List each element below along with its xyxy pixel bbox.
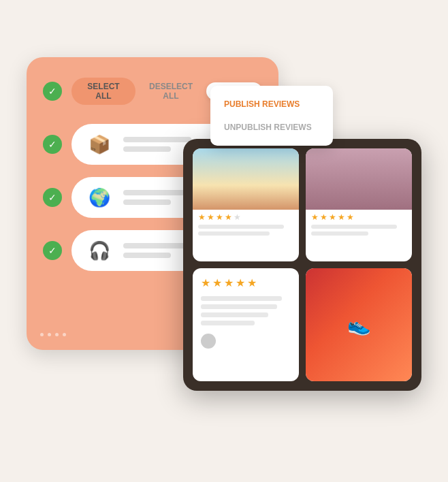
select-all-button[interactable]: SELECT ALL bbox=[71, 78, 135, 105]
text-line bbox=[201, 304, 277, 309]
star: ★ bbox=[207, 212, 214, 222]
item-icon-3: 🎧 bbox=[85, 236, 114, 265]
text-line bbox=[201, 296, 282, 301]
big-review: ★ ★ ★ ★ ★ bbox=[193, 268, 299, 357]
star: ★ bbox=[347, 212, 354, 222]
deselect-all-button[interactable]: DESELECT ALL bbox=[145, 82, 197, 101]
review-card-1: ★ ★ ★ ★ ★ bbox=[193, 148, 299, 261]
star: ★ bbox=[234, 212, 241, 222]
action-dropdown: PUBLISH REVIEWS UNPUBLISH REVIEWS bbox=[210, 86, 333, 146]
star: ★ bbox=[247, 276, 257, 289]
review-card-4: 👟 bbox=[306, 268, 412, 381]
publish-reviews-option[interactable]: PUBLISH REVIEWS bbox=[210, 93, 333, 116]
item-check-3[interactable]: ✓ bbox=[43, 241, 62, 260]
reviews-panel: ★ ★ ★ ★ ★ ★ ★ ★ ★ ★ bbox=[183, 139, 421, 391]
star: ★ bbox=[225, 212, 232, 222]
item-check-2[interactable]: ✓ bbox=[43, 188, 62, 207]
review-image-1 bbox=[193, 148, 299, 210]
reviewer-avatar bbox=[201, 334, 216, 349]
review-card-2: ★ ★ ★ ★ ★ bbox=[306, 148, 412, 261]
stars-2: ★ ★ ★ ★ ★ bbox=[306, 210, 412, 223]
decorative-dots bbox=[40, 333, 66, 336]
star: ★ bbox=[320, 212, 327, 222]
review-text-1 bbox=[193, 223, 299, 240]
text-line bbox=[123, 253, 171, 258]
star: ★ bbox=[216, 212, 223, 222]
select-all-check[interactable]: ✓ bbox=[43, 82, 62, 101]
text-line bbox=[198, 231, 270, 236]
text-line bbox=[311, 225, 397, 229]
review-card-3: ★ ★ ★ ★ ★ bbox=[193, 268, 299, 381]
review-text-2 bbox=[306, 223, 412, 240]
text-line bbox=[201, 321, 255, 325]
text-line bbox=[123, 199, 171, 205]
text-line bbox=[123, 137, 191, 142]
unpublish-reviews-option[interactable]: UNPUBLISH REVIEWS bbox=[210, 116, 333, 139]
text-line bbox=[201, 312, 268, 317]
stars-1: ★ ★ ★ ★ ★ bbox=[193, 210, 299, 223]
review-image-2 bbox=[306, 148, 412, 210]
review-lines bbox=[201, 296, 291, 325]
text-line bbox=[198, 225, 284, 229]
item-icon-1: 📦 bbox=[85, 130, 114, 159]
star: ★ bbox=[329, 212, 336, 222]
text-line bbox=[123, 243, 191, 248]
star: ★ bbox=[338, 212, 345, 222]
star: ★ bbox=[311, 212, 319, 222]
star: ★ bbox=[212, 276, 222, 289]
text-line bbox=[123, 190, 191, 195]
item-check-1[interactable]: ✓ bbox=[43, 135, 62, 154]
text-line bbox=[123, 146, 171, 152]
star: ★ bbox=[198, 212, 206, 222]
text-line bbox=[311, 231, 368, 236]
big-stars: ★ ★ ★ ★ ★ bbox=[201, 276, 291, 289]
star: ★ bbox=[224, 276, 234, 289]
star: ★ bbox=[236, 276, 245, 289]
item-icon-2: 🌍 bbox=[85, 183, 114, 212]
review-image-4: 👟 bbox=[306, 268, 412, 381]
star: ★ bbox=[201, 276, 210, 289]
